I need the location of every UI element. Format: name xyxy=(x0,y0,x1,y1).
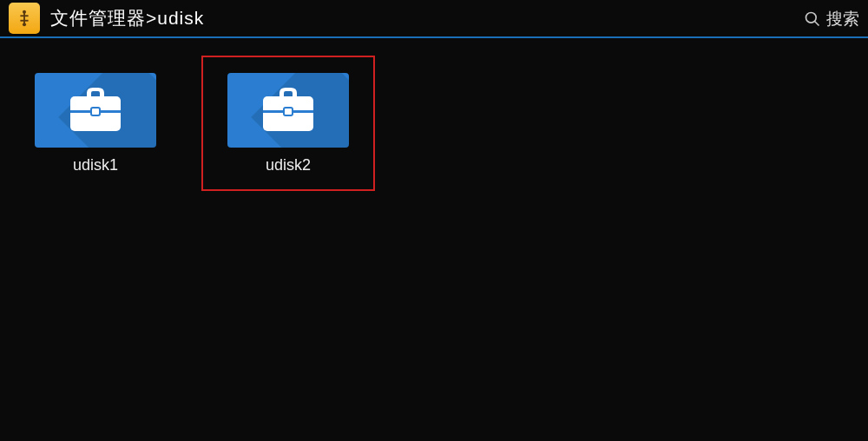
search-label: 搜索 xyxy=(826,8,859,30)
search-button[interactable]: 搜索 xyxy=(804,0,859,38)
svg-rect-4 xyxy=(20,20,28,22)
svg-rect-3 xyxy=(20,15,28,16)
svg-rect-9 xyxy=(91,108,100,115)
disk-item-label: udisk2 xyxy=(266,156,311,174)
search-icon xyxy=(804,10,821,28)
svg-point-5 xyxy=(806,13,817,23)
disk-folder-icon xyxy=(227,73,349,148)
svg-line-6 xyxy=(815,22,819,26)
disk-item-udisk2[interactable]: udisk2 xyxy=(201,56,375,191)
content-area: udisk1 udisk2 xyxy=(0,38,868,208)
disk-folder-icon xyxy=(35,73,156,148)
disk-item-label: udisk1 xyxy=(73,156,118,174)
header-bar: 文件管理器>udisk 搜索 xyxy=(0,0,868,38)
breadcrumb[interactable]: 文件管理器>udisk xyxy=(50,6,204,30)
svg-rect-2 xyxy=(23,13,25,24)
svg-rect-12 xyxy=(284,108,293,115)
disk-item-udisk1[interactable]: udisk1 xyxy=(9,56,182,191)
app-icon xyxy=(9,3,40,34)
briefcase-icon xyxy=(258,86,319,135)
zip-icon xyxy=(15,9,34,28)
briefcase-icon xyxy=(65,86,126,135)
